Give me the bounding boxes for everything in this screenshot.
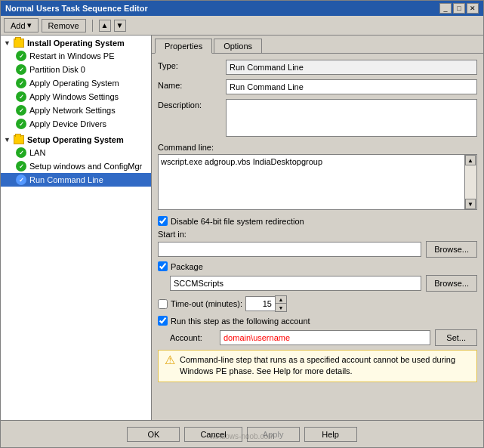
tree-item-run-cmdline[interactable]: ✓ Run Command Line <box>1 173 151 187</box>
scroll-track <box>465 165 476 199</box>
description-label: Description: <box>158 99 226 110</box>
tab-content-properties: Type: Name: Description: <box>152 54 483 420</box>
tree-item-restart-winpe[interactable]: ✓ Restart in Windows PE <box>1 49 151 63</box>
account-label: Account: <box>170 333 215 342</box>
folder-icon <box>14 135 24 144</box>
tab-bar: Properties Options <box>152 36 483 54</box>
set-button[interactable]: Set... <box>435 329 477 346</box>
expand-icon: ▼ <box>4 39 11 47</box>
scroll-up-btn[interactable]: ▲ <box>465 155 476 165</box>
properties-panel: Properties Options Type: Name: <box>152 36 483 420</box>
group-setup-os-header[interactable]: ▼ Setup Operating System <box>1 134 151 146</box>
type-value <box>226 60 477 75</box>
account-row: Account: Set... <box>158 329 477 346</box>
timeout-spinner-btns: ▲ ▼ <box>275 295 287 312</box>
tree-item-restart-winpe-label: Restart in Windows PE <box>29 51 114 60</box>
warning-icon: ⚠ <box>165 354 175 366</box>
name-value <box>226 79 477 94</box>
item-check-icon: ✓ <box>16 119 26 129</box>
close-button[interactable]: ✕ <box>467 3 479 14</box>
group-install-os-label: Install Operating System <box>27 39 125 48</box>
tab-properties[interactable]: Properties <box>155 39 212 54</box>
move-down-icon[interactable]: ▼ <box>114 20 126 32</box>
tree-item-setup-configmgr[interactable]: ✓ Setup windows and ConfigMgr <box>1 159 151 173</box>
browse-start-in-button[interactable]: Browse... <box>426 241 477 258</box>
tree-item-partition-disk-label: Partition Disk 0 <box>29 65 85 74</box>
item-check-icon: ✓ <box>16 64 26 75</box>
start-in-input[interactable] <box>158 242 421 257</box>
timeout-label: Time-out (minutes): <box>171 299 242 308</box>
apply-button[interactable]: Apply <box>247 427 300 442</box>
main-content: ▼ Install Operating System ✓ Restart in … <box>1 36 483 420</box>
run-as-row: Run this step as the following account <box>158 316 477 326</box>
description-textarea[interactable] <box>226 99 477 137</box>
package-input[interactable] <box>170 276 421 291</box>
minimize-button[interactable]: _ <box>439 3 452 14</box>
item-check-icon: ✓ <box>16 105 26 116</box>
tree-item-lan-label: LAN <box>29 148 45 157</box>
tree-item-apply-os-label: Apply Operating System <box>29 79 119 88</box>
expand-icon: ▼ <box>4 136 11 144</box>
scroll-down-btn[interactable]: ▼ <box>465 199 476 209</box>
item-check-icon: ✓ <box>16 175 26 185</box>
tree-item-lan[interactable]: ✓ LAN <box>1 146 151 159</box>
title-bar-buttons: _ □ ✕ <box>439 3 479 14</box>
package-checkbox-row: Package <box>158 261 477 271</box>
description-value <box>226 99 477 138</box>
tree-item-apply-drivers-label: Apply Device Drivers <box>29 119 106 128</box>
command-line-textarea[interactable] <box>159 155 464 208</box>
item-check-icon: ✓ <box>16 161 26 171</box>
command-line-section-label: Command line: <box>158 143 477 152</box>
run-as-checkbox[interactable] <box>158 316 168 326</box>
item-check-icon: ✓ <box>16 91 26 102</box>
description-row: Description: <box>158 99 477 138</box>
tree-item-apply-win-settings[interactable]: ✓ Apply Windows Settings <box>1 90 151 104</box>
disable-64bit-row: Disable 64-bit file system redirection <box>158 216 477 226</box>
bottom-bar: windows-noob.com OK Cancel Apply Help <box>1 420 483 447</box>
timeout-input[interactable] <box>245 296 276 311</box>
timeout-checkbox[interactable] <box>158 299 168 309</box>
timeout-down-btn[interactable]: ▼ <box>276 304 286 311</box>
add-button[interactable]: Add ▾ <box>4 18 39 32</box>
type-label: Type: <box>158 60 226 70</box>
start-in-row: Browse... <box>158 241 477 258</box>
help-button[interactable]: Help <box>304 427 357 442</box>
group-install-os-header[interactable]: ▼ Install Operating System <box>1 37 151 49</box>
disable-64bit-label: Disable 64-bit file system redirection <box>171 217 304 226</box>
tab-options[interactable]: Options <box>214 39 262 53</box>
tree-item-apply-drivers[interactable]: ✓ Apply Device Drivers <box>1 117 151 131</box>
cancel-button[interactable]: Cancel <box>184 427 242 442</box>
package-checkbox[interactable] <box>158 261 168 271</box>
tree-item-apply-net-settings[interactable]: ✓ Apply Network Settings <box>1 104 151 117</box>
tree-item-partition-disk[interactable]: ✓ Partition Disk 0 <box>1 63 151 76</box>
account-input[interactable] <box>220 330 430 345</box>
timeout-spinner: ▲ ▼ <box>245 295 287 312</box>
maximize-button[interactable]: □ <box>453 3 465 14</box>
title-bar: Normal Users Task Sequence Editor _ □ ✕ <box>1 1 483 16</box>
item-check-icon: ✓ <box>16 78 26 88</box>
window-title: Normal Users Task Sequence Editor <box>5 4 148 13</box>
group-setup-os: ▼ Setup Operating System ✓ LAN ✓ Setup w… <box>1 132 151 188</box>
name-label: Name: <box>158 79 226 90</box>
tree-item-apply-os[interactable]: ✓ Apply Operating System <box>1 76 151 90</box>
task-sequence-tree: ▼ Install Operating System ✓ Restart in … <box>1 36 152 420</box>
item-check-icon: ✓ <box>16 51 26 61</box>
package-row: Browse... <box>158 275 477 292</box>
name-input[interactable] <box>226 79 477 94</box>
move-up-icon[interactable]: ▲ <box>99 20 111 32</box>
timeout-up-btn[interactable]: ▲ <box>276 296 286 304</box>
disable-64bit-checkbox[interactable] <box>158 216 168 226</box>
remove-button[interactable]: Remove <box>42 19 86 32</box>
tree-item-setup-configmgr-label: Setup windows and ConfigMgr <box>29 162 142 171</box>
item-check-icon: ✓ <box>16 147 26 158</box>
folder-icon <box>14 39 24 48</box>
toolbar: Add ▾ Remove ▲ ▼ <box>1 16 483 36</box>
tree-item-run-cmdline-label: Run Command Line <box>29 175 103 184</box>
type-input[interactable] <box>226 60 477 75</box>
package-label: Package <box>171 262 203 271</box>
warning-text: Command-line step that runs as a specifi… <box>180 354 470 378</box>
start-in-section: Start in: Browse... <box>158 230 477 258</box>
ok-button[interactable]: OK <box>127 427 180 442</box>
browse-package-button[interactable]: Browse... <box>426 275 477 292</box>
timeout-row: Time-out (minutes): ▲ ▼ <box>158 295 477 312</box>
